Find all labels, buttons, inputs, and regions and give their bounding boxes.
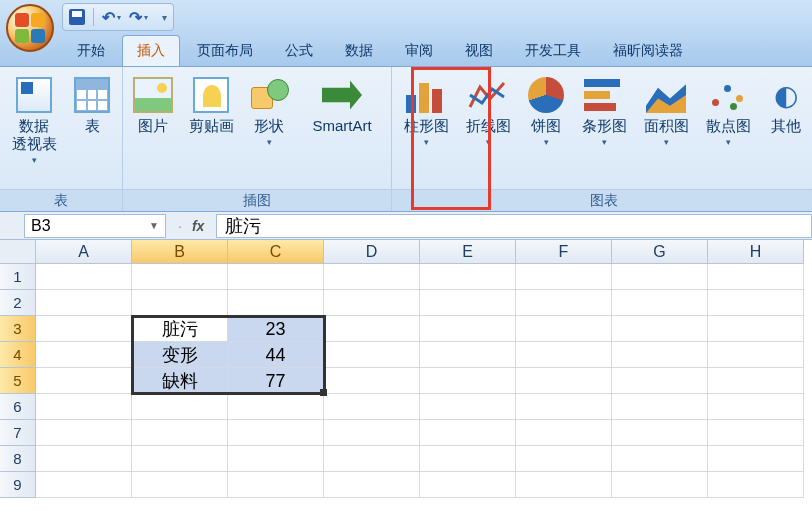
cell[interactable] bbox=[132, 264, 228, 290]
chevron-down-icon[interactable]: ▼ bbox=[149, 220, 159, 231]
save-button[interactable] bbox=[69, 9, 85, 25]
col-header-g[interactable]: G bbox=[612, 240, 708, 264]
cell[interactable] bbox=[516, 342, 612, 368]
cell[interactable] bbox=[708, 290, 804, 316]
cell[interactable] bbox=[708, 316, 804, 342]
cell[interactable] bbox=[228, 394, 324, 420]
cell[interactable] bbox=[324, 290, 420, 316]
tab-developer[interactable]: 开发工具 bbox=[510, 35, 596, 66]
cell[interactable] bbox=[612, 472, 708, 498]
worksheet[interactable]: A B C D E F G H 1 2 3 脏污 23 4 变形 44 bbox=[0, 240, 812, 498]
cell[interactable] bbox=[36, 316, 132, 342]
name-box[interactable]: B3 ▼ bbox=[24, 214, 166, 238]
clipart-button[interactable]: 剪贴画 bbox=[183, 71, 239, 135]
qat-customize-button[interactable]: ▾ bbox=[162, 12, 167, 23]
cell[interactable] bbox=[420, 394, 516, 420]
cell[interactable] bbox=[516, 472, 612, 498]
other-charts-button[interactable]: ◐ 其他 bbox=[762, 71, 810, 135]
cell[interactable] bbox=[708, 420, 804, 446]
cell[interactable] bbox=[324, 472, 420, 498]
cell[interactable] bbox=[324, 394, 420, 420]
cell[interactable] bbox=[324, 446, 420, 472]
cell[interactable] bbox=[516, 420, 612, 446]
cell[interactable] bbox=[36, 264, 132, 290]
cell-b3[interactable]: 脏污 bbox=[132, 316, 228, 342]
row-header-1[interactable]: 1 bbox=[0, 264, 36, 290]
scatter-chart-button[interactable]: 散点图 ▾ bbox=[700, 71, 756, 147]
cell[interactable] bbox=[324, 264, 420, 290]
cell[interactable] bbox=[132, 420, 228, 446]
cell[interactable] bbox=[708, 368, 804, 394]
col-header-b[interactable]: B bbox=[132, 240, 228, 264]
cell[interactable] bbox=[36, 368, 132, 394]
undo-button[interactable]: ↶▾ bbox=[102, 8, 121, 27]
cell[interactable] bbox=[420, 316, 516, 342]
chevron-down-icon[interactable]: ▾ bbox=[117, 13, 121, 22]
pie-chart-button[interactable]: 饼图 ▾ bbox=[522, 71, 570, 147]
area-chart-button[interactable]: 面积图 ▾ bbox=[638, 71, 694, 147]
cell[interactable] bbox=[612, 420, 708, 446]
tab-home[interactable]: 开始 bbox=[62, 35, 120, 66]
smartart-button[interactable]: SmartArt bbox=[299, 71, 385, 135]
tab-formulas[interactable]: 公式 bbox=[270, 35, 328, 66]
cell[interactable] bbox=[612, 290, 708, 316]
row-header-5[interactable]: 5 bbox=[0, 368, 36, 394]
fx-button[interactable]: fx bbox=[192, 218, 204, 234]
cell[interactable] bbox=[324, 316, 420, 342]
cell[interactable] bbox=[36, 420, 132, 446]
cell[interactable] bbox=[228, 446, 324, 472]
redo-button[interactable]: ↷▾ bbox=[129, 8, 148, 27]
office-button[interactable] bbox=[6, 4, 54, 52]
col-header-e[interactable]: E bbox=[420, 240, 516, 264]
pivot-table-button[interactable]: 数据 透视表 ▾ bbox=[6, 71, 62, 165]
cell[interactable] bbox=[516, 446, 612, 472]
tab-page-layout[interactable]: 页面布局 bbox=[182, 35, 268, 66]
cell-b5[interactable]: 缺料 bbox=[132, 368, 228, 394]
col-header-a[interactable]: A bbox=[36, 240, 132, 264]
cell[interactable] bbox=[516, 316, 612, 342]
cell[interactable] bbox=[516, 394, 612, 420]
row-header-2[interactable]: 2 bbox=[0, 290, 36, 316]
col-header-f[interactable]: F bbox=[516, 240, 612, 264]
cell[interactable] bbox=[36, 342, 132, 368]
cell[interactable] bbox=[36, 446, 132, 472]
cell[interactable] bbox=[36, 290, 132, 316]
chevron-down-icon[interactable]: ▾ bbox=[144, 13, 148, 22]
row-header-4[interactable]: 4 bbox=[0, 342, 36, 368]
cell-c4[interactable]: 44 bbox=[228, 342, 324, 368]
cell-c5[interactable]: 77 bbox=[228, 368, 324, 394]
cell[interactable] bbox=[420, 342, 516, 368]
cell[interactable] bbox=[324, 368, 420, 394]
cell[interactable] bbox=[708, 342, 804, 368]
picture-button[interactable]: 图片 bbox=[129, 71, 177, 135]
cell[interactable] bbox=[228, 472, 324, 498]
cell[interactable] bbox=[612, 446, 708, 472]
col-header-d[interactable]: D bbox=[324, 240, 420, 264]
cell[interactable] bbox=[228, 290, 324, 316]
cell[interactable] bbox=[612, 394, 708, 420]
cell[interactable] bbox=[516, 368, 612, 394]
cell[interactable] bbox=[36, 472, 132, 498]
cell-c3[interactable]: 23 bbox=[228, 316, 324, 342]
cell[interactable] bbox=[132, 472, 228, 498]
tab-data[interactable]: 数据 bbox=[330, 35, 388, 66]
cell[interactable] bbox=[228, 420, 324, 446]
cell[interactable] bbox=[420, 446, 516, 472]
cell[interactable] bbox=[132, 446, 228, 472]
cell[interactable] bbox=[708, 446, 804, 472]
line-chart-button[interactable]: 折线图 ▾ bbox=[460, 71, 516, 147]
cell[interactable] bbox=[708, 394, 804, 420]
bar-chart-button[interactable]: 条形图 ▾ bbox=[576, 71, 632, 147]
cell[interactable] bbox=[420, 264, 516, 290]
row-header-8[interactable]: 8 bbox=[0, 446, 36, 472]
cell[interactable] bbox=[324, 420, 420, 446]
cell[interactable] bbox=[228, 264, 324, 290]
cell[interactable] bbox=[612, 316, 708, 342]
cell[interactable] bbox=[132, 290, 228, 316]
tab-insert[interactable]: 插入 bbox=[122, 35, 180, 66]
cell[interactable] bbox=[324, 342, 420, 368]
row-header-6[interactable]: 6 bbox=[0, 394, 36, 420]
cell[interactable] bbox=[420, 290, 516, 316]
row-header-7[interactable]: 7 bbox=[0, 420, 36, 446]
tab-foxit[interactable]: 福昕阅读器 bbox=[598, 35, 698, 66]
